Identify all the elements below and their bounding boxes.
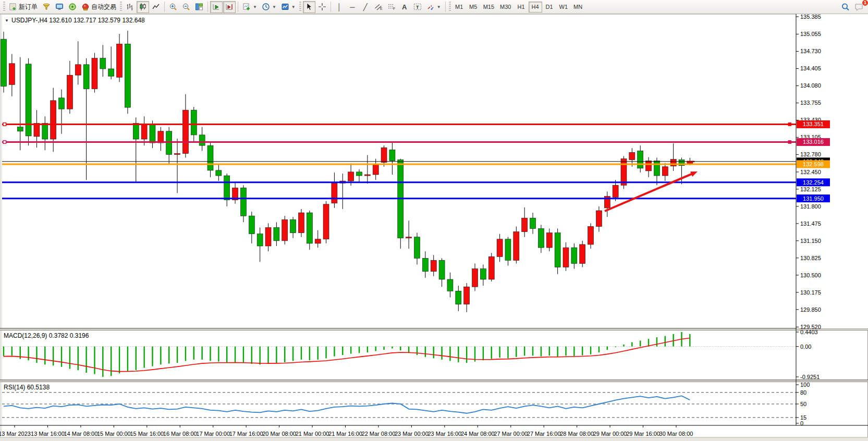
candle-body bbox=[274, 227, 279, 240]
candle-body bbox=[265, 227, 271, 246]
candle-body bbox=[472, 269, 478, 287]
price-tick-label: 132.780 bbox=[800, 151, 821, 157]
status-strip bbox=[0, 437, 868, 441]
arrows-tool-button[interactable]: ▼ bbox=[424, 1, 443, 13]
line-handle[interactable] bbox=[3, 123, 6, 126]
line-handle[interactable] bbox=[3, 141, 6, 144]
hline-price-label: 133.351 bbox=[803, 121, 824, 127]
search-button[interactable] bbox=[839, 1, 852, 13]
zoom-out-button[interactable] bbox=[180, 1, 192, 13]
zoom-out-icon bbox=[182, 3, 190, 11]
candle-body bbox=[315, 239, 321, 243]
auto-trading-label: 自动交易 bbox=[91, 3, 116, 11]
new-order-icon bbox=[9, 3, 17, 11]
text-tool-button[interactable]: A bbox=[398, 1, 411, 13]
price-tick-label: 134.730 bbox=[800, 48, 821, 54]
candle-body bbox=[662, 167, 668, 176]
macd-label: MACD(12,26,9) 0.3782 0.3196 bbox=[4, 332, 89, 339]
macd-tick-label: 0.00 bbox=[800, 344, 811, 350]
vertical-line-tool-button[interactable]: │ bbox=[333, 1, 346, 13]
candle-body bbox=[100, 58, 106, 69]
title-ohlc-text: USDJPY-,H4 132.610 132.717 132.579 132.6… bbox=[11, 17, 145, 24]
auto-scroll-button[interactable] bbox=[210, 1, 223, 13]
periods-button[interactable]: ▼ bbox=[260, 1, 278, 13]
timeframe-button-H1[interactable]: H1 bbox=[515, 2, 528, 13]
crosshair-tool-button[interactable] bbox=[316, 1, 328, 13]
timeframe-button-D1[interactable]: D1 bbox=[543, 2, 556, 13]
candle-body bbox=[571, 248, 577, 263]
timeframe-button-M30[interactable]: M30 bbox=[497, 2, 514, 13]
candle-body bbox=[629, 152, 635, 160]
tile-windows-icon bbox=[195, 3, 203, 11]
candle-body bbox=[555, 233, 560, 267]
chart-title: ▼USDJPY-,H4 132.610 132.717 132.579 132.… bbox=[5, 17, 145, 24]
candle-body bbox=[522, 218, 528, 231]
candle-body bbox=[224, 176, 230, 200]
candle-body bbox=[108, 69, 114, 76]
timeframe-button-M15[interactable]: M15 bbox=[481, 2, 497, 13]
candle-body bbox=[323, 204, 329, 239]
label-tool-button[interactable]: T bbox=[411, 1, 424, 13]
candle-body bbox=[546, 233, 552, 248]
line-handle[interactable] bbox=[788, 141, 791, 144]
chevron-down-icon: ▼ bbox=[253, 5, 257, 9]
zoom-in-icon bbox=[169, 3, 177, 11]
candlestick-type-button[interactable] bbox=[137, 1, 149, 13]
channel-tool-button[interactable]: E bbox=[372, 1, 385, 13]
chart-shift-button[interactable] bbox=[223, 1, 236, 13]
signals-button[interactable] bbox=[66, 1, 79, 13]
candle-body bbox=[505, 239, 511, 261]
line-chart-type-button[interactable] bbox=[150, 1, 162, 13]
date-tick-label: 28 Mar 08:00 bbox=[560, 431, 594, 437]
date-tick-label: 17 Mar 16:00 bbox=[229, 431, 263, 437]
date-tick-label: 16 Mar 08:00 bbox=[163, 431, 197, 437]
date-tick-label: 29 Mar 00:00 bbox=[593, 431, 627, 437]
cursor-icon bbox=[305, 3, 313, 11]
horizontal-line-tool-button[interactable]: ─ bbox=[346, 1, 359, 13]
auto-trading-button[interactable]: 自动交易 bbox=[79, 1, 118, 13]
data-window-button[interactable] bbox=[40, 1, 53, 13]
price-tick-label: 130.175 bbox=[800, 289, 821, 296]
candle-body bbox=[199, 135, 205, 145]
date-tick-label: 27 Mar 00:00 bbox=[494, 431, 528, 437]
notifications-button[interactable]: 1 bbox=[852, 1, 866, 13]
candle-body bbox=[34, 124, 40, 137]
zoom-in-button[interactable] bbox=[167, 1, 179, 13]
bar-chart-type-button[interactable] bbox=[124, 1, 136, 13]
new-chart-button[interactable]: ▼ bbox=[240, 1, 259, 13]
price-tick-label: 134.405 bbox=[800, 65, 821, 71]
templates-button[interactable]: ▼ bbox=[279, 1, 298, 13]
market-watch-button[interactable] bbox=[53, 1, 66, 13]
candle-body bbox=[381, 148, 387, 162]
candle-body bbox=[249, 216, 254, 234]
line-handle[interactable] bbox=[788, 123, 791, 126]
timeframe-button-H4[interactable]: H4 bbox=[529, 2, 542, 13]
date-tick-label: 23 Mar 00:00 bbox=[395, 431, 429, 437]
rsi-tick-label: 100 bbox=[800, 382, 810, 388]
candle-body bbox=[307, 213, 312, 243]
candle-body bbox=[175, 153, 180, 154]
svg-text:E: E bbox=[380, 7, 383, 10]
crosshair-icon bbox=[318, 3, 326, 11]
price-tick-label: 135.385 bbox=[800, 14, 821, 20]
timeframe-button-M5[interactable]: M5 bbox=[467, 2, 480, 13]
price-tick-label: 132.450 bbox=[800, 169, 821, 175]
fibonacci-tool-button[interactable]: F bbox=[385, 1, 398, 13]
channel-icon: E bbox=[374, 3, 383, 11]
candle-body bbox=[26, 64, 31, 136]
hline-price-label: 131.950 bbox=[803, 195, 824, 202]
ohlc-bars-icon bbox=[126, 3, 134, 11]
tile-windows-button[interactable] bbox=[193, 1, 205, 13]
candle-body bbox=[1, 39, 7, 86]
usdjpy-h4-chart-canvas[interactable]: ▼USDJPY-,H4 132.610 132.717 132.579 132.… bbox=[0, 14, 868, 441]
timeframe-button-M1[interactable]: M1 bbox=[453, 2, 466, 13]
timeframe-button-MN[interactable]: MN bbox=[571, 2, 585, 13]
candle-body bbox=[282, 219, 288, 241]
candle-body bbox=[216, 170, 222, 176]
candle-body bbox=[191, 110, 197, 135]
timeframe-button-W1[interactable]: W1 bbox=[557, 2, 571, 13]
cursor-tool-button[interactable] bbox=[303, 1, 315, 13]
candle-body bbox=[59, 98, 65, 109]
trendline-tool-button[interactable]: ╱ bbox=[359, 1, 372, 13]
new-order-button[interactable]: 新订单 bbox=[7, 1, 40, 13]
